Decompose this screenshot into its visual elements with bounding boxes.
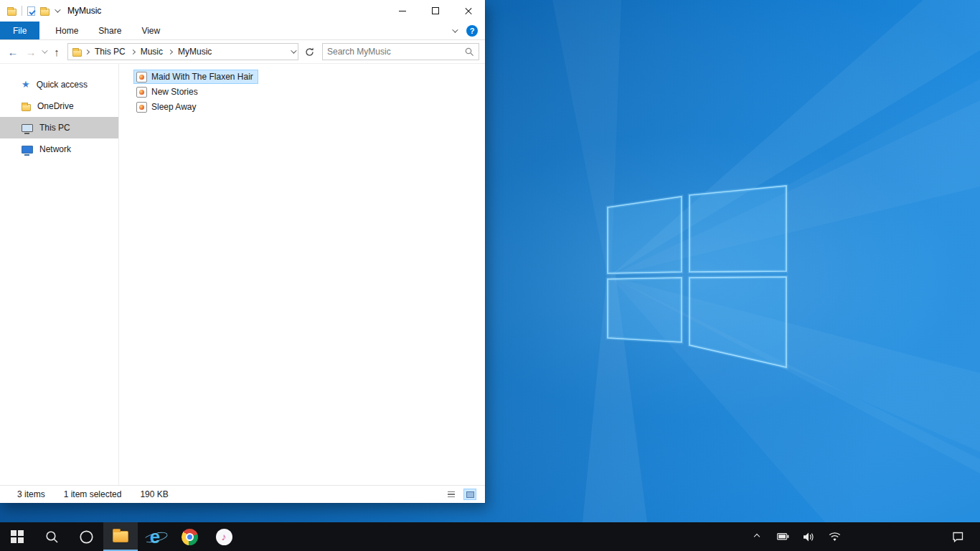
itunes-music-note-icon — [216, 529, 232, 545]
taskbar-itunes-button[interactable] — [207, 522, 241, 551]
onedrive-folder-icon — [22, 104, 31, 111]
search-box[interactable] — [322, 43, 479, 60]
volume-tray-button[interactable] — [801, 522, 816, 551]
sidebar-item-this-pc[interactable]: This PC — [0, 117, 118, 138]
status-bar: 3 items 1 item selected 190 KB — [0, 485, 485, 503]
sidebar-item-network[interactable]: Network — [0, 138, 118, 160]
maximize-icon — [432, 7, 439, 14]
breadcrumb-chevron-icon[interactable] — [85, 49, 90, 54]
file-explorer-window: MyMusic File Home Share View — [0, 0, 485, 503]
app-folder-icon — [7, 9, 17, 16]
network-tray-button[interactable] — [826, 522, 842, 551]
action-center-button[interactable] — [941, 532, 974, 542]
internet-explorer-icon — [146, 527, 164, 546]
search-icon[interactable] — [465, 47, 474, 57]
start-button[interactable] — [0, 522, 34, 551]
close-button[interactable] — [452, 0, 485, 22]
qat-properties-button[interactable] — [27, 6, 35, 16]
taskbar — [0, 522, 980, 551]
address-bar[interactable]: This PC Music MyMusic — [67, 43, 298, 60]
quick-access-star-icon — [22, 80, 30, 90]
wifi-icon — [829, 532, 841, 542]
cortana-ring-icon — [79, 529, 94, 545]
system-tray — [749, 522, 980, 551]
taskbar-search-button[interactable] — [34, 522, 69, 551]
refresh-icon — [305, 47, 314, 57]
details-view-button[interactable] — [445, 489, 458, 500]
desktop: MyMusic File Home Share View — [0, 0, 980, 551]
audio-file-icon — [136, 102, 147, 113]
show-hidden-icons-button[interactable] — [749, 522, 765, 551]
action-center-icon — [952, 532, 963, 542]
tab-share[interactable]: Share — [88, 22, 131, 39]
battery-tray-button[interactable] — [775, 522, 791, 551]
file-list[interactable]: Maid With The Flaxen Hair New Stories Sl… — [119, 64, 485, 485]
address-dropdown-chevron-icon[interactable] — [291, 47, 296, 53]
minimize-icon — [399, 11, 406, 11]
search-input[interactable] — [327, 47, 465, 57]
maximize-button[interactable] — [419, 0, 452, 22]
chevron-up-icon — [754, 534, 760, 540]
sidebar-item-label: OneDrive — [37, 101, 74, 111]
window-controls — [386, 0, 485, 22]
expand-ribbon-chevron-icon[interactable] — [452, 27, 458, 32]
separator — [22, 6, 22, 16]
breadcrumb-music[interactable]: Music — [138, 47, 165, 57]
refresh-button[interactable] — [302, 47, 316, 57]
details-view-icon — [448, 491, 455, 498]
forward-button[interactable] — [24, 47, 38, 57]
close-icon — [464, 6, 473, 15]
battery-icon — [777, 533, 789, 540]
search-icon — [45, 530, 59, 544]
file-row[interactable]: New Stories — [133, 85, 203, 99]
breadcrumb-mymusic[interactable]: MyMusic — [176, 47, 214, 57]
network-icon — [22, 146, 33, 154]
window-title: MyMusic — [67, 6, 101, 16]
navigation-bar: This PC Music MyMusic — [0, 40, 485, 64]
qat-new-folder-button[interactable] — [40, 9, 50, 16]
large-icons-view-icon — [466, 491, 474, 498]
ribbon-tab-bar: File Home Share View — [0, 22, 485, 40]
up-button[interactable] — [50, 47, 64, 57]
cortana-button[interactable] — [69, 522, 103, 551]
status-items-count: 3 items — [17, 489, 45, 499]
minimize-button[interactable] — [386, 0, 419, 22]
sidebar-item-quick-access[interactable]: Quick access — [0, 74, 118, 95]
recent-locations-chevron-icon[interactable] — [42, 47, 47, 53]
navigation-pane: Quick access OneDrive This PC Network — [0, 64, 119, 485]
status-selection: 1 item selected — [64, 489, 122, 499]
sidebar-item-label: This PC — [39, 123, 70, 133]
sidebar-item-label: Network — [39, 144, 71, 154]
speaker-icon — [804, 532, 814, 542]
large-icons-view-button[interactable] — [463, 489, 476, 500]
status-selection-size: 190 KB — [140, 489, 168, 499]
tab-view[interactable]: View — [131, 22, 170, 39]
title-bar[interactable]: MyMusic — [0, 0, 485, 22]
qat-customize-chevron-icon[interactable] — [55, 6, 60, 12]
file-name: Sleep Away — [151, 102, 197, 112]
sidebar-item-label: Quick access — [37, 80, 88, 90]
ribbon-right-controls — [452, 22, 485, 39]
breadcrumb-this-pc[interactable]: This PC — [93, 47, 128, 57]
sidebar-item-onedrive[interactable]: OneDrive — [0, 95, 118, 117]
file-name: New Stories — [151, 87, 198, 97]
chrome-icon — [182, 529, 198, 545]
audio-file-icon — [136, 87, 147, 98]
window-body: Quick access OneDrive This PC Network — [0, 64, 485, 485]
file-row[interactable]: Sleep Away — [133, 100, 202, 114]
file-row[interactable]: Maid With The Flaxen Hair — [133, 70, 258, 84]
breadcrumb-chevron-icon[interactable] — [168, 49, 173, 54]
taskbar-file-explorer-button[interactable] — [103, 522, 138, 551]
tab-file[interactable]: File — [0, 22, 39, 39]
quick-access-toolbar — [0, 6, 59, 16]
tab-home[interactable]: Home — [45, 22, 88, 39]
file-explorer-folder-icon — [113, 531, 128, 542]
file-name: Maid With The Flaxen Hair — [151, 72, 253, 82]
help-button[interactable] — [466, 25, 478, 37]
address-folder-icon — [72, 50, 82, 57]
taskbar-internet-explorer-button[interactable] — [138, 522, 172, 551]
breadcrumb-chevron-icon[interactable] — [131, 49, 136, 54]
taskbar-chrome-button[interactable] — [172, 522, 207, 551]
back-button[interactable] — [6, 47, 20, 57]
view-toggles — [445, 489, 476, 500]
